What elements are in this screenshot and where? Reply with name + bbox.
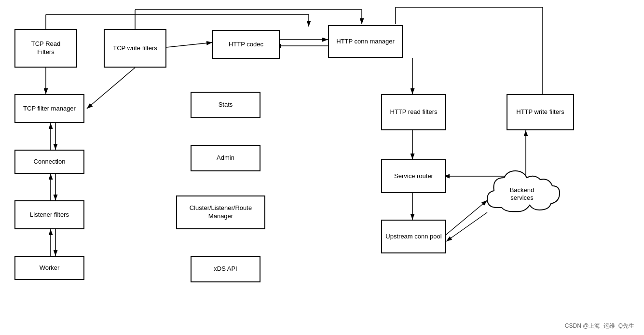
http-codec-box: HTTP codec: [212, 30, 280, 59]
cluster-manager-label: Cluster/Listener/Route Manager: [177, 204, 264, 221]
svg-text:services: services: [510, 194, 534, 201]
svg-line-5: [166, 42, 212, 47]
svg-text:Backend: Backend: [510, 186, 534, 194]
tcp-write-filters-label: TCP write filters: [113, 44, 157, 53]
admin-label: Admin: [217, 154, 234, 162]
http-conn-manager-label: HTTP conn manager: [336, 38, 394, 46]
upstream-conn-pool-label: Upstream conn pool: [385, 233, 441, 241]
tcp-filter-manager-box: TCP filter manager: [14, 94, 84, 123]
http-read-filters-box: HTTP read filters: [381, 94, 446, 130]
diagram-container: TCP Read Filters TCP write filters HTTP …: [0, 0, 644, 335]
http-codec-label: HTTP codec: [229, 41, 263, 49]
http-read-filters-label: HTTP read filters: [390, 108, 437, 116]
svg-line-12: [87, 68, 135, 109]
tcp-filter-manager-label: TCP filter manager: [23, 105, 76, 113]
xds-api-box: xDS API: [191, 256, 260, 282]
listener-filters-label: Listener filters: [30, 211, 69, 219]
service-router-box: Service router: [381, 159, 446, 193]
upstream-conn-pool-box: Upstream conn pool: [381, 220, 446, 253]
tcp-read-filters-label: TCP Read Filters: [31, 40, 60, 56]
xds-api-label: xDS API: [214, 265, 237, 273]
admin-box: Admin: [191, 145, 260, 171]
http-write-filters-box: HTTP write filters: [507, 94, 574, 130]
worker-box: Worker: [14, 256, 84, 280]
stats-box: Stats: [191, 92, 260, 118]
http-conn-manager-box: HTTP conn manager: [328, 25, 403, 58]
connection-label: Connection: [34, 158, 66, 166]
backend-services-cloud: Backend services: [478, 164, 567, 222]
listener-filters-box: Listener filters: [14, 200, 84, 229]
tcp-read-filters-box: TCP Read Filters: [14, 29, 77, 68]
service-router-label: Service router: [394, 172, 433, 181]
http-write-filters-label: HTTP write filters: [516, 108, 564, 116]
worker-label: Worker: [40, 264, 60, 272]
stats-label: Stats: [219, 101, 233, 109]
connection-box: Connection: [14, 150, 84, 174]
tcp-write-filters-box: TCP write filters: [104, 29, 166, 68]
watermark: CSDN @上海_运维_Q先生: [565, 322, 634, 330]
cluster-manager-box: Cluster/Listener/Route Manager: [176, 195, 265, 229]
